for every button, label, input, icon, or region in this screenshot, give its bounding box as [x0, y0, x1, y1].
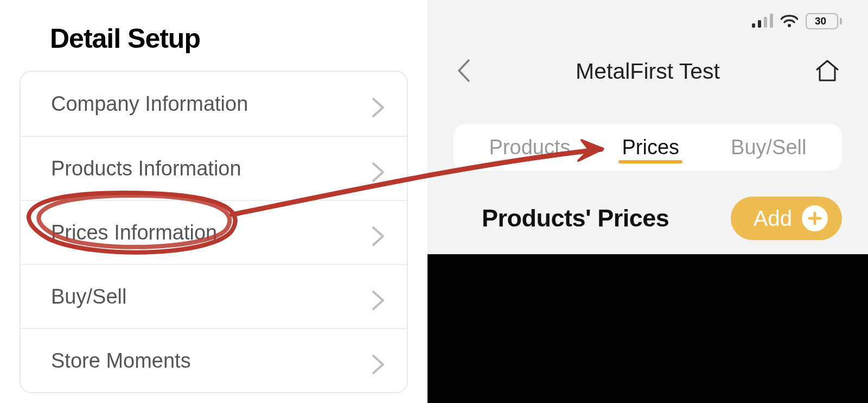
settings-list: Company Information Products Information…: [20, 71, 408, 393]
nav-header: MetalFirst Test: [427, 59, 868, 84]
page-title: Detail Setup: [0, 0, 427, 54]
svg-point-0: [788, 24, 791, 27]
tab-prices[interactable]: Prices: [618, 129, 682, 166]
add-button-label: Add: [754, 206, 792, 231]
list-item-label: Company Information: [51, 92, 248, 116]
list-item-store-moments[interactable]: Store Moments: [21, 328, 407, 392]
battery-indicator: 30: [806, 13, 842, 29]
back-button[interactable]: [456, 58, 471, 85]
section-title: Products' Prices: [482, 204, 669, 232]
nav-title: MetalFirst Test: [576, 59, 720, 84]
tab-products[interactable]: Products: [486, 129, 574, 166]
chevron-right-icon: [371, 97, 385, 111]
home-button[interactable]: [815, 59, 840, 85]
chevron-right-icon: [371, 161, 385, 175]
list-item-label: Store Moments: [51, 349, 191, 373]
phone-preview-panel: 30 MetalFirst Test Products Prices Buy/S…: [427, 0, 868, 403]
chevron-right-icon: [371, 354, 385, 368]
list-item-label: Products Information: [51, 157, 241, 180]
chevron-right-icon: [371, 289, 385, 304]
battery-percent-text: 30: [807, 14, 834, 28]
phone-screen: 30 MetalFirst Test Products Prices Buy/S…: [427, 0, 868, 254]
list-item-buy-sell[interactable]: Buy/Sell: [21, 264, 407, 328]
list-item-products-information[interactable]: Products Information: [21, 136, 407, 200]
cellular-signal-icon: [752, 15, 773, 28]
list-item-label: Buy/Sell: [51, 285, 126, 308]
wifi-icon: [781, 15, 798, 28]
section-header: Products' Prices Add: [427, 197, 868, 240]
list-item-company-information[interactable]: Company Information: [21, 72, 407, 136]
chevron-right-icon: [371, 225, 385, 240]
detail-setup-panel: Detail Setup Company Information Product…: [0, 0, 427, 403]
status-bar: 30: [752, 13, 842, 29]
tab-buy-sell[interactable]: Buy/Sell: [727, 129, 809, 166]
list-item-prices-information[interactable]: Prices Information: [21, 200, 407, 264]
add-button[interactable]: Add: [731, 197, 842, 240]
plus-icon: [802, 205, 828, 231]
list-item-label: Prices Information: [51, 221, 217, 244]
tab-bar: Products Prices Buy/Sell: [454, 124, 842, 171]
